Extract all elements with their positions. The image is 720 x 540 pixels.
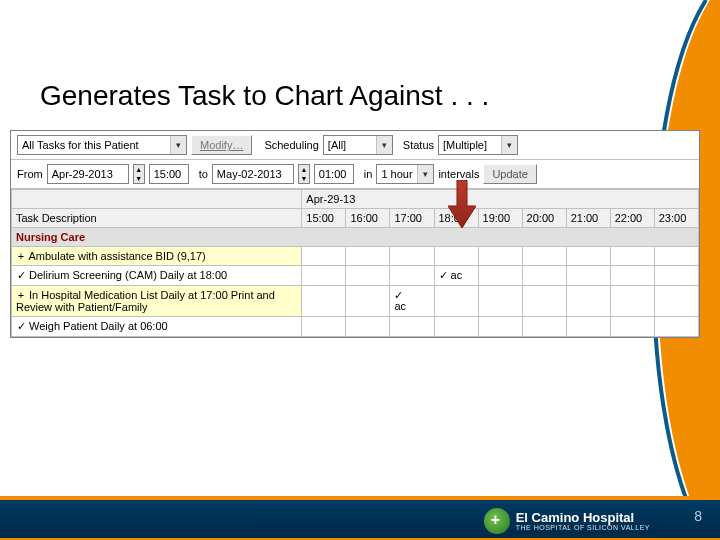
time-cell[interactable] xyxy=(522,266,566,286)
to-time-input[interactable]: 01:00 xyxy=(314,164,354,184)
chevron-down-icon[interactable] xyxy=(376,136,392,154)
chevron-down-icon[interactable] xyxy=(501,136,517,154)
time-cell[interactable] xyxy=(610,247,654,266)
table-row[interactable]: ✓ Weigh Patient Daily at 06:00 xyxy=(12,317,699,337)
col-time[interactable]: 19:00 xyxy=(478,209,522,228)
task-grid: Apr-29-13 Task Description 15:00 16:00 1… xyxy=(11,189,699,337)
to-date-input[interactable]: May-02-2013 xyxy=(212,164,294,184)
col-time[interactable]: 16:00 xyxy=(346,209,390,228)
time-cell[interactable] xyxy=(302,266,346,286)
date-header: Apr-29-13 xyxy=(302,190,699,209)
time-cell[interactable] xyxy=(522,247,566,266)
task-description: In Hospital Medication List Daily at 17:… xyxy=(16,289,275,313)
task-filter-combo[interactable]: All Tasks for this Patient xyxy=(17,135,187,155)
chevron-down-icon[interactable] xyxy=(170,136,186,154)
section-label: Nursing Care xyxy=(12,228,699,247)
time-cell[interactable] xyxy=(434,286,478,317)
slide-footer: El Camino Hospital THE HOSPITAL OF SILIC… xyxy=(0,492,720,540)
time-cell[interactable] xyxy=(346,247,390,266)
status-value: [Multiple] xyxy=(443,139,487,151)
time-cell[interactable] xyxy=(566,317,610,337)
time-cell[interactable] xyxy=(566,266,610,286)
time-cell[interactable] xyxy=(478,247,522,266)
section-row: Nursing Care xyxy=(12,228,699,247)
update-button-label: Update xyxy=(492,168,527,180)
scheduling-label: Scheduling xyxy=(264,139,318,151)
date-header-row: Apr-29-13 xyxy=(12,190,699,209)
col-time[interactable]: 17:00 xyxy=(390,209,434,228)
check-icon: ✓ xyxy=(16,320,26,333)
hospital-logo: El Camino Hospital THE HOSPITAL OF SILIC… xyxy=(484,508,650,534)
time-cell[interactable] xyxy=(610,286,654,317)
time-cell[interactable] xyxy=(302,247,346,266)
time-cell[interactable] xyxy=(346,286,390,317)
time-cell[interactable] xyxy=(522,317,566,337)
col-time[interactable]: 20:00 xyxy=(522,209,566,228)
slide-title: Generates Task to Chart Against . . . xyxy=(40,80,489,112)
table-row[interactable]: + In Hospital Medication List Daily at 1… xyxy=(12,286,699,317)
time-cell[interactable] xyxy=(346,266,390,286)
task-description-cell[interactable]: + Ambulate with assistance BID (9,17) xyxy=(12,247,302,266)
time-cell[interactable] xyxy=(390,317,434,337)
time-cell[interactable] xyxy=(610,317,654,337)
status-label: Status xyxy=(403,139,434,151)
to-label: to xyxy=(199,168,208,180)
time-cell[interactable] xyxy=(566,286,610,317)
from-date-input[interactable]: Apr-29-2013 xyxy=(47,164,129,184)
from-label: From xyxy=(17,168,43,180)
col-task-description[interactable]: Task Description xyxy=(12,209,302,228)
time-cell[interactable] xyxy=(346,317,390,337)
time-cell[interactable] xyxy=(390,247,434,266)
col-time[interactable]: 21:00 xyxy=(566,209,610,228)
callout-arrow-icon xyxy=(448,180,476,230)
time-cell[interactable] xyxy=(390,266,434,286)
from-date-spinner[interactable]: ▲▼ xyxy=(133,164,145,184)
logo-line1: El Camino Hospital xyxy=(516,511,650,524)
time-cell[interactable] xyxy=(654,286,698,317)
check-icon: ✓ xyxy=(16,269,26,282)
interval-value: 1 hour xyxy=(381,168,412,180)
toolbar-row-1: All Tasks for this Patient Modify… Sched… xyxy=(11,131,699,160)
col-time[interactable]: 22:00 xyxy=(610,209,654,228)
time-cell[interactable] xyxy=(478,266,522,286)
time-cell[interactable] xyxy=(654,247,698,266)
time-cell[interactable] xyxy=(478,286,522,317)
task-description-cell[interactable]: ✓ Weigh Patient Daily at 06:00 xyxy=(12,317,302,337)
logo-mark-icon xyxy=(484,508,510,534)
time-cell[interactable]: ✓ ac xyxy=(434,266,478,286)
col-time[interactable]: 23:00 xyxy=(654,209,698,228)
scheduling-combo[interactable]: [All] xyxy=(323,135,393,155)
time-cell[interactable] xyxy=(302,286,346,317)
in-label: in xyxy=(364,168,373,180)
chevron-down-icon[interactable] xyxy=(417,165,433,183)
time-cell[interactable] xyxy=(434,247,478,266)
intervals-label: intervals xyxy=(438,168,479,180)
task-panel: All Tasks for this Patient Modify… Sched… xyxy=(10,130,700,338)
scheduling-value: [All] xyxy=(328,139,346,151)
update-button[interactable]: Update xyxy=(483,164,536,184)
toolbar-row-2: From Apr-29-2013 ▲▼ 15:00 to May-02-2013… xyxy=(11,160,699,189)
interval-combo[interactable]: 1 hour xyxy=(376,164,434,184)
time-cell[interactable] xyxy=(654,317,698,337)
modify-button[interactable]: Modify… xyxy=(191,135,252,155)
column-header-row: Task Description 15:00 16:00 17:00 18:00… xyxy=(12,209,699,228)
time-cell[interactable] xyxy=(566,247,610,266)
time-cell[interactable] xyxy=(302,317,346,337)
time-cell[interactable] xyxy=(654,266,698,286)
task-description-cell[interactable]: ✓ Delirium Screening (CAM) Daily at 18:0… xyxy=(12,266,302,286)
logo-tagline: THE HOSPITAL OF SILICON VALLEY xyxy=(516,524,650,531)
task-description-cell[interactable]: + In Hospital Medication List Daily at 1… xyxy=(12,286,302,317)
time-cell[interactable] xyxy=(434,317,478,337)
from-time-input[interactable]: 15:00 xyxy=(149,164,189,184)
time-cell[interactable] xyxy=(478,317,522,337)
task-description: Weigh Patient Daily at 06:00 xyxy=(26,320,168,332)
plus-icon: + xyxy=(16,250,26,262)
time-cell[interactable]: ✓ ac xyxy=(390,286,434,317)
status-combo[interactable]: [Multiple] xyxy=(438,135,518,155)
table-row[interactable]: + Ambulate with assistance BID (9,17) xyxy=(12,247,699,266)
table-row[interactable]: ✓ Delirium Screening (CAM) Daily at 18:0… xyxy=(12,266,699,286)
col-time[interactable]: 15:00 xyxy=(302,209,346,228)
to-date-spinner[interactable]: ▲▼ xyxy=(298,164,310,184)
time-cell[interactable] xyxy=(522,286,566,317)
time-cell[interactable] xyxy=(610,266,654,286)
